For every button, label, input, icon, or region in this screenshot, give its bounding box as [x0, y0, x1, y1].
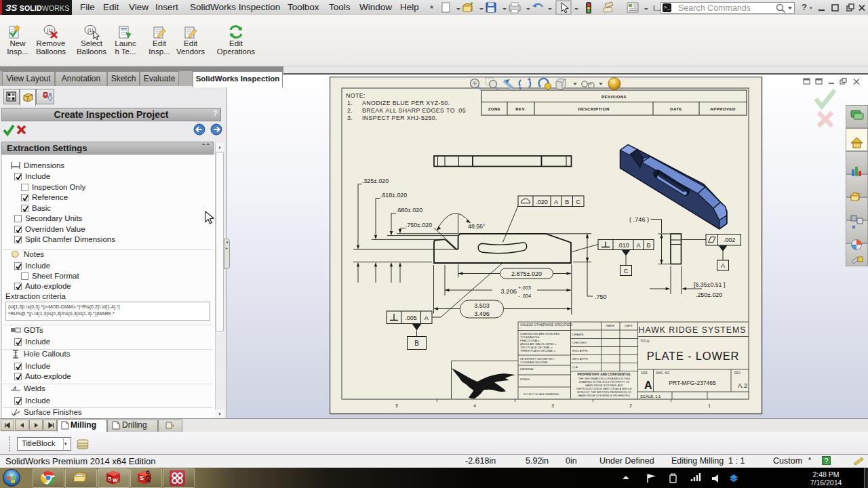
svg-text:3.: 3.	[347, 115, 353, 121]
svg-text:DESCRIPTION: DESCRIPTION	[578, 107, 610, 111]
svg-text:A.2: A.2	[738, 382, 747, 389]
svg-text:2: 2	[629, 403, 632, 408]
svg-text:DO NOT SCALE DRAWING: DO NOT SCALE DRAWING	[524, 392, 559, 396]
svg-text:.750: .750	[595, 293, 607, 300]
svg-text:B: B	[646, 242, 650, 249]
svg-text:MATERIAL: MATERIAL	[520, 367, 534, 371]
svg-text:ENG APPR.: ENG APPR.	[572, 349, 589, 352]
svg-text:NOTE:: NOTE:	[346, 92, 366, 99]
svg-text:DRAWN: DRAWN	[572, 333, 583, 336]
svg-text:3: 3	[551, 403, 554, 408]
svg-text:A: A	[644, 380, 652, 391]
svg-text:B: B	[565, 199, 569, 205]
svg-text:INSPECT PER XHJ-5250.: INSPECT PER XHJ-5250.	[362, 115, 437, 121]
svg-text:APPROVED: APPROVED	[710, 107, 736, 111]
svg-text:PROPRIETARY AND CONFIDENTIAL: PROPRIETARY AND CONFIDENTIAL	[577, 373, 631, 376]
svg-text:2.: 2.	[347, 107, 353, 114]
svg-text:NAME: NAME	[606, 324, 615, 327]
svg-text:.680±.020: .680±.020	[396, 207, 422, 214]
svg-text:CHECKED: CHECKED	[572, 341, 587, 344]
svg-text:.618±.020: .618±.020	[380, 192, 407, 199]
svg-text:A: A	[425, 314, 429, 321]
svg-text:Q.A.: Q.A.	[572, 365, 578, 369]
svg-text:( .746 ): ( .746 )	[629, 216, 649, 223]
svg-text:3.496: 3.496	[474, 310, 490, 317]
svg-text:SIZE: SIZE	[641, 371, 648, 375]
svg-text:48.56°: 48.56°	[468, 223, 486, 230]
svg-text:C: C	[624, 268, 629, 274]
svg-text:3.503: 3.503	[474, 302, 490, 309]
svg-text:.020: .020	[536, 199, 548, 205]
svg-text:+.003: +.003	[518, 285, 531, 291]
svg-text:ANODIZE BLUE PER XYZ-50.: ANODIZE BLUE PER XYZ-50.	[362, 100, 450, 106]
svg-text:ZONE: ZONE	[488, 107, 501, 111]
svg-text:.250±.020: .250±.020	[696, 291, 722, 298]
svg-text:TITLE:: TITLE:	[640, 339, 650, 343]
svg-text:1.: 1.	[347, 100, 353, 106]
svg-text:TOLERANCING PER:: TOLERANCING PER:	[520, 361, 548, 364]
svg-text:DWG. NO.: DWG. NO.	[656, 371, 671, 375]
svg-text:.325±.020: .325±.020	[362, 178, 389, 184]
svg-text:HAWK RIDGE SYSTEMS IS PROHIBIT: HAWK RIDGE SYSTEMS IS PROHIBITED.	[578, 394, 630, 397]
svg-text:S: S	[108, 476, 112, 482]
svg-text:MFG APPR.: MFG APPR.	[572, 357, 589, 361]
svg-text:W: W	[113, 477, 118, 483]
svg-text:A: A	[721, 262, 725, 269]
svg-text:.750±.020: .750±.020	[406, 222, 432, 228]
svg-text:UNLESS OTHERWISE SPECIFIED:: UNLESS OTHERWISE SPECIFIED:	[520, 323, 572, 327]
svg-text:DATE: DATE	[670, 107, 682, 111]
svg-text:A: A	[554, 199, 558, 205]
svg-text:BREAK ALL SHARP EDGES TO .05: BREAK ALL SHARP EDGES TO .05	[362, 107, 466, 114]
svg-text:B: B	[414, 340, 419, 347]
svg-text:SCALE: 1:1: SCALE: 1:1	[640, 394, 660, 399]
svg-text:FINISH: FINISH	[520, 378, 530, 381]
svg-text:4: 4	[473, 403, 476, 408]
svg-text:(1): (1)	[87, 28, 94, 33]
svg-text:3.206: 3.206	[500, 287, 517, 295]
svg-text:HAWK RIDGE SYSTEMS: HAWK RIDGE SYSTEMS	[639, 325, 747, 335]
svg-text:[6.35±0.51 ]: [6.35±0.51 ]	[694, 281, 725, 288]
svg-text:- .004: - .004	[518, 293, 531, 299]
svg-text:.010: .010	[617, 242, 629, 249]
svg-text:REV.: REV.	[515, 107, 526, 111]
svg-text:PRT-MFG-237465: PRT-MFG-237465	[669, 380, 716, 386]
svg-text:REVISIONS: REVISIONS	[601, 95, 627, 99]
svg-text:.005: .005	[405, 314, 417, 321]
svg-text:S: S	[140, 474, 144, 481]
svg-text:REV: REV	[734, 371, 741, 375]
svg-text:THREE PLACE DECIMAL ±: THREE PLACE DECIMAL ±	[520, 349, 556, 352]
svg-text:DATE: DATE	[625, 324, 632, 327]
svg-text:PLATE - LOWER: PLATE - LOWER	[647, 350, 740, 362]
svg-text:2.875±.020: 2.875±.020	[511, 270, 542, 277]
svg-text:A: A	[636, 242, 640, 249]
svg-text:5: 5	[395, 403, 398, 408]
svg-text:I...: I...	[653, 5, 660, 12]
svg-text:.002: .002	[724, 237, 736, 243]
svg-text:1: 1	[708, 403, 711, 408]
svg-text:C: C	[576, 199, 580, 205]
